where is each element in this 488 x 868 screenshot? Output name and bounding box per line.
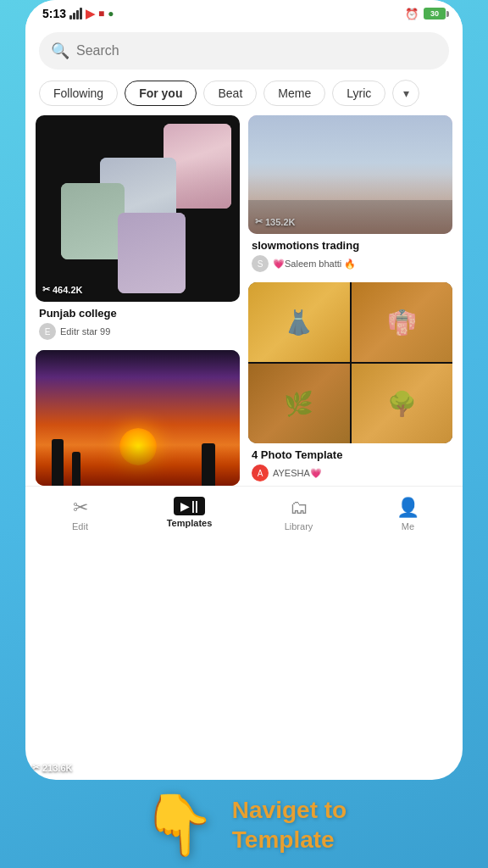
status-time: 5:13	[42, 7, 66, 20]
card-sunset[interactable]	[36, 350, 240, 486]
search-input[interactable]	[39, 32, 449, 70]
tab-lyric[interactable]: Lyric	[332, 81, 385, 106]
nav-me[interactable]: 👤 Me	[353, 493, 463, 535]
hand-pointer-icon: 👇	[141, 795, 215, 854]
nav-templates-label: Templates	[167, 518, 213, 528]
tab-following[interactable]: Following	[39, 81, 118, 106]
content-grid: ✂ 464.2K Punjab college E Editr star 99	[25, 115, 463, 486]
card-author: S 💗Saleem bhatti 🔥	[252, 255, 449, 272]
nav-library-label: Library	[285, 521, 313, 531]
tab-for-you[interactable]: For you	[125, 81, 197, 106]
card-slowmotions[interactable]: ✂ 135.2K slowmotions trading S 💗Saleem b…	[248, 115, 452, 274]
nav-edit[interactable]: ✂ Edit	[25, 493, 135, 535]
youtube-icon: ▶	[86, 7, 95, 20]
alarm-icon: ⏰	[405, 8, 419, 20]
more-tabs-button[interactable]: ▾	[392, 80, 419, 107]
grid-cell-2: 👘	[352, 282, 453, 362]
search-bar: 🔍	[25, 24, 463, 76]
grid-cell-1: 👗	[248, 282, 350, 362]
instruction-text: Naviget toTemplate	[232, 795, 347, 854]
signal-icon	[69, 8, 82, 19]
left-column: ✂ 464.2K Punjab college E Editr star 99	[36, 115, 240, 486]
tab-beat[interactable]: Beat	[203, 81, 257, 106]
author-avatar: S	[252, 255, 269, 272]
nav-library[interactable]: 🗂 Library	[244, 493, 353, 535]
library-icon: 🗂	[290, 497, 308, 519]
card-author: E Editr star 99	[39, 323, 236, 340]
card-thumbnail: ✂ 464.2K	[36, 115, 240, 302]
grid-cell-4: 🌳	[352, 364, 453, 443]
me-icon: 👤	[396, 497, 419, 519]
filter-tabs: Following For you Beat Meme Lyric ▾	[25, 76, 463, 115]
nav-me-label: Me	[402, 521, 414, 531]
portrait-image-4	[118, 213, 186, 293]
card-title: slowmotions trading	[252, 239, 449, 252]
app-icon-red: ■	[98, 8, 104, 19]
card-author: A AYESHA💗	[252, 465, 449, 481]
card-4-photo[interactable]: 👗 👘 🌿	[248, 282, 452, 483]
portrait-image-3	[61, 183, 125, 259]
card-title: 4 Photo Template	[252, 448, 449, 461]
nav-edit-label: Edit	[72, 521, 88, 531]
card-thumbnail-portrait: ✂ 135.2K	[248, 115, 452, 234]
nav-templates[interactable]: ▶ || Templates	[135, 493, 244, 535]
card-punjab-college[interactable]: ✂ 464.2K Punjab college E Editr star 99	[36, 115, 240, 342]
card-title: Punjab college	[39, 307, 236, 320]
search-icon: 🔍	[51, 42, 69, 60]
card-info: slowmotions trading S 💗Saleem bhatti 🔥	[248, 234, 452, 274]
grid-cell-3: 🌿	[248, 364, 350, 443]
card-thumbnail-sunset	[36, 350, 240, 486]
right-column: ✂ 135.2K slowmotions trading S 💗Saleem b…	[248, 115, 452, 486]
status-bar: 5:13 ▶ ■ ● ⏰ 30	[25, 0, 463, 24]
author-avatar: E	[39, 323, 56, 340]
card-thumbnail-grid: 👗 👘 🌿	[248, 282, 452, 443]
card-info: Punjab college E Editr star 99	[36, 302, 240, 342]
app-icon-green: ●	[108, 8, 114, 19]
bottom-navigation: ✂ Edit ▶ || Templates 🗂 Library	[25, 486, 463, 545]
author-avatar: A	[252, 465, 269, 481]
battery-indicator: 30	[424, 8, 446, 19]
views-count: ✂ 135.2K	[255, 216, 295, 227]
tab-meme[interactable]: Meme	[263, 81, 325, 106]
views-count: ✂ 464.2K	[42, 284, 82, 295]
card-info: 4 Photo Template A AYESHA💗	[248, 443, 452, 483]
edit-icon: ✂	[73, 497, 88, 519]
